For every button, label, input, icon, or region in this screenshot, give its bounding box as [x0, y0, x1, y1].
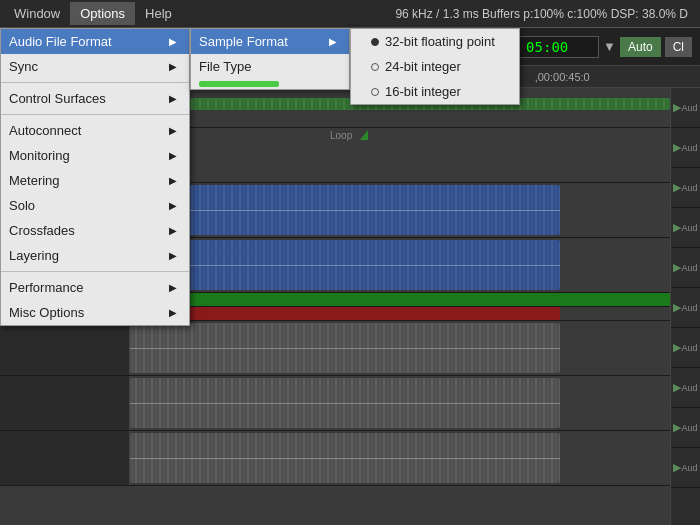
menu-item-label: Misc Options [9, 305, 84, 320]
radio-selected-icon [371, 38, 379, 46]
right-track-label: Aud [681, 423, 697, 433]
auto-button[interactable]: Auto [620, 37, 661, 57]
menu-item-sample-format[interactable]: Sample Format ▶ [191, 29, 349, 54]
menu-item-misc-options[interactable]: Misc Options ▶ [1, 300, 189, 325]
audio-format-menu: Sample Format ▶ File Type [190, 28, 350, 90]
submenu-arrow-icon: ▶ [169, 282, 177, 293]
right-track-item[interactable]: ▶ Aud [671, 368, 700, 408]
track-content [130, 293, 670, 306]
menu-item-label: File Type [199, 59, 252, 74]
right-track-label: Aud [681, 263, 697, 273]
right-track-item[interactable]: ▶ Aud [671, 448, 700, 488]
submenu-arrow-icon: ▶ [329, 36, 337, 47]
arrow-icon: ▶ [673, 461, 681, 474]
arrow-icon: ▶ [673, 381, 681, 394]
track-block-gray [130, 323, 560, 373]
menu-item-label: Audio File Format [9, 34, 112, 49]
menu-item-24bit[interactable]: 24-bit integer [351, 54, 519, 79]
menu-separator [1, 271, 189, 272]
menu-item-autoconnect[interactable]: Autoconnect ▶ [1, 118, 189, 143]
ruler-mark: ,00:00:45:0 [535, 71, 590, 83]
arrow-icon: ▶ [673, 301, 681, 314]
table-row [0, 376, 670, 431]
right-track-list: ▶ Aud ▶ Aud ▶ Aud ▶ Aud ▶ Aud ▶ Aud ▶ Au… [670, 88, 700, 525]
track-content: Loop [130, 128, 670, 182]
menu-item-audio-file-format[interactable]: Audio File Format ▶ [1, 29, 189, 54]
right-track-item[interactable]: ▶ Aud [671, 288, 700, 328]
menu-item-label: Autoconnect [9, 123, 81, 138]
menu-item-crossfades[interactable]: Crossfades ▶ [1, 218, 189, 243]
menu-item-performance[interactable]: Performance ▶ [1, 275, 189, 300]
menu-item-label: Layering [9, 248, 59, 263]
menu-item-label: Performance [9, 280, 83, 295]
track-block-blue [130, 185, 560, 235]
position-input[interactable] [519, 36, 599, 58]
dropdown-arrow-icon[interactable]: ▼ [603, 39, 616, 54]
right-track-item[interactable]: ▶ Aud [671, 168, 700, 208]
submenu-arrow-icon: ▶ [169, 250, 177, 261]
right-track-label: Aud [681, 343, 697, 353]
submenu-arrow-icon: ▶ [169, 175, 177, 186]
menu-item-label: Control Surfaces [9, 91, 106, 106]
right-track-label: Aud [681, 383, 697, 393]
menu-overlay: Audio File Format ▶ Sync ▶ Control Surfa… [0, 28, 190, 326]
submenu-arrow-icon: ▶ [169, 93, 177, 104]
submenu-arrow-icon: ▶ [169, 150, 177, 161]
track-label [0, 376, 130, 430]
menubar: Window Options Help 96 kHz / 1.3 ms Buff… [0, 0, 700, 28]
radio-unselected-icon [371, 63, 379, 71]
red-bar [130, 307, 560, 320]
cl-button[interactable]: Cl [665, 37, 692, 57]
menu-item-sync[interactable]: Sync ▶ [1, 54, 189, 79]
menu-item-32bit[interactable]: 32-bit floating point [351, 29, 519, 54]
submenu-arrow-icon: ▶ [169, 125, 177, 136]
right-track-item[interactable]: ▶ Aud [671, 88, 700, 128]
right-track-label: Aud [681, 223, 697, 233]
waveform-line [130, 403, 560, 404]
right-track-item[interactable]: ▶ Aud [671, 128, 700, 168]
waveform-line [130, 348, 560, 349]
green-bar [130, 293, 670, 306]
submenu-arrow-icon: ▶ [169, 225, 177, 236]
arrow-icon: ▶ [673, 261, 681, 274]
right-track-item[interactable]: ▶ Aud [671, 248, 700, 288]
track-content [130, 431, 670, 485]
menu-item-label: Solo [9, 198, 35, 213]
menu-item-label: Crossfades [9, 223, 75, 238]
right-track-item[interactable]: ▶ Aud [671, 408, 700, 448]
waveform-line [130, 458, 560, 459]
submenu-arrow-icon: ▶ [169, 61, 177, 72]
waveform-line [130, 210, 560, 211]
arrow-icon: ▶ [673, 421, 681, 434]
menubar-item-window[interactable]: Window [4, 2, 70, 25]
right-track-label: Aud [681, 463, 697, 473]
menu-item-layering[interactable]: Layering ▶ [1, 243, 189, 268]
menu-item-monitoring[interactable]: Monitoring ▶ [1, 143, 189, 168]
right-track-label: Aud [681, 303, 697, 313]
track-block-gray [130, 433, 560, 483]
menu-item-control-surfaces[interactable]: Control Surfaces ▶ [1, 86, 189, 111]
right-track-label: Aud [681, 183, 697, 193]
menu-separator [1, 114, 189, 115]
right-track-item[interactable]: ▶ Aud [671, 328, 700, 368]
submenu-arrow-icon: ▶ [169, 307, 177, 318]
track-content [130, 321, 670, 375]
menu-separator [1, 82, 189, 83]
menubar-item-help[interactable]: Help [135, 2, 182, 25]
menu-item-label: Sample Format [199, 34, 288, 49]
submenu-arrow-icon: ▶ [169, 200, 177, 211]
menu-item-solo[interactable]: Solo ▶ [1, 193, 189, 218]
menu-item-16bit[interactable]: 16-bit integer [351, 79, 519, 104]
track-content [130, 307, 670, 320]
menubar-item-options[interactable]: Options [70, 2, 135, 25]
menu-item-label: 32-bit floating point [385, 34, 495, 49]
right-track-item[interactable]: ▶ Aud [671, 208, 700, 248]
menu-item-label: Metering [9, 173, 60, 188]
arrow-icon: ▶ [673, 101, 681, 114]
menu-item-file-type[interactable]: File Type [191, 54, 349, 79]
track-block-blue [130, 240, 560, 290]
menu-item-metering[interactable]: Metering ▶ [1, 168, 189, 193]
track-block-gray [130, 378, 560, 428]
sample-format-menu: 32-bit floating point 24-bit integer 16-… [350, 28, 520, 105]
submenu-arrow-icon: ▶ [169, 36, 177, 47]
